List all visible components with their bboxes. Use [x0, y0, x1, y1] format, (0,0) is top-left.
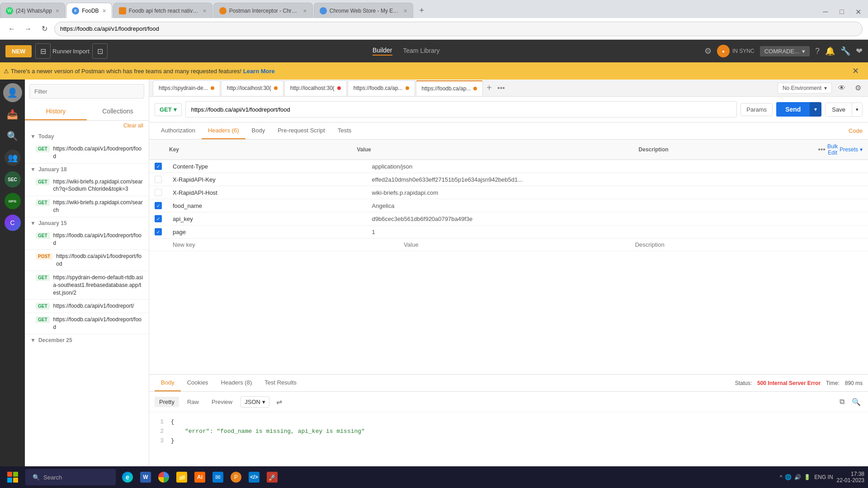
dec25-date-header[interactable]: ▼ December 25 [25, 334, 149, 346]
profile-button[interactable]: COMRADE... ▾ [760, 46, 810, 56]
tab-foodb[interactable]: F FooDB × [66, 3, 112, 18]
layout-icon-btn[interactable]: ⊟ [35, 43, 51, 59]
save-button[interactable]: Save [826, 103, 852, 116]
eye-icon-btn[interactable]: 👁 [835, 82, 848, 94]
req-tab-3[interactable]: http://localhost:30( [284, 80, 347, 96]
learn-more-link[interactable]: Learn More [243, 68, 275, 75]
tab-postman[interactable]: Postman Interceptor - Chrome W... × [213, 3, 313, 18]
taskbar-search[interactable]: 🔍 Search [25, 469, 116, 485]
tab-postman-close[interactable]: × [303, 7, 307, 14]
row5-checkbox[interactable]: ✓ [155, 215, 169, 222]
sidebar-avatar3[interactable]: SEC [3, 170, 22, 189]
filter-input[interactable] [29, 84, 144, 99]
code-link[interactable]: Code [849, 127, 863, 134]
preview-format-tab[interactable]: Preview [207, 397, 237, 407]
taskbar-chrome-icon[interactable] [156, 469, 172, 485]
builder-tab-active[interactable]: Builder [373, 47, 392, 56]
body-tab[interactable]: Body [245, 122, 272, 139]
req-tab-5[interactable]: https://foodb.ca/ap... [416, 80, 483, 96]
row6-value[interactable]: 1 [368, 229, 664, 235]
history-tab[interactable]: History [25, 103, 87, 120]
tab-foodb-api-close[interactable]: × [203, 7, 207, 14]
taskbar-chevron-icon[interactable]: ^ [780, 474, 783, 480]
format-filter-icon[interactable]: ⇌ [273, 395, 286, 408]
row2-value[interactable]: effed2a10dmsh0e633eff27151b5p1e634ajsn94… [368, 176, 664, 183]
checkbox-checked[interactable]: ✓ [155, 215, 162, 222]
taskbar-volume-icon[interactable]: 🔊 [794, 474, 801, 480]
jan18-date-header[interactable]: ▼ January 18 [25, 164, 149, 175]
tests-tab[interactable]: Tests [331, 122, 358, 139]
prerequest-tab[interactable]: Pre-request Script [271, 122, 331, 139]
help-icon[interactable]: ? [815, 47, 820, 56]
settings-icon[interactable]: ⚙ [704, 46, 712, 56]
taskbar-postman-icon[interactable]: P [228, 469, 244, 485]
add-tab-button[interactable]: + [484, 83, 495, 93]
new-tab-button[interactable]: + [414, 3, 429, 18]
settings-env-icon-btn[interactable]: ⚙ [852, 82, 864, 94]
address-input[interactable] [54, 22, 863, 36]
row1-checkbox[interactable]: ✓ [155, 163, 169, 170]
notification-close[interactable]: ✕ [847, 66, 864, 76]
settings-icon2[interactable]: 🔧 [840, 46, 850, 56]
minimize-button[interactable]: ─ [819, 5, 832, 18]
resp-cookies-tab[interactable]: Cookies [181, 375, 215, 391]
heart-icon[interactable]: ❤ [856, 46, 863, 56]
three-dots-button[interactable]: ••• [818, 145, 826, 154]
checkbox-checked[interactable]: ✓ [155, 228, 162, 235]
user-avatar[interactable]: 👤 [3, 83, 22, 102]
row4-value[interactable]: Angelica [368, 202, 664, 209]
row2-key[interactable]: X-RapidAPI-Key [169, 176, 368, 183]
headers-tab[interactable]: Headers (6) [202, 122, 245, 139]
new-key-input[interactable] [169, 241, 400, 248]
resp-headers-tab[interactable]: Headers (8) [215, 375, 259, 391]
row4-checkbox[interactable]: ✓ [155, 202, 169, 209]
env-dropdown[interactable]: No Environment ▾ [778, 83, 832, 94]
forward-button[interactable]: → [22, 23, 34, 35]
new-button[interactable]: NEW [5, 45, 32, 57]
sidebar-avatar5[interactable]: C [3, 213, 22, 232]
tab-foodb-api[interactable]: Foodb api fetch react native - St... × [113, 3, 212, 18]
tab-whatsapp[interactable]: W (24) WhatsApp × [0, 3, 65, 18]
start-button[interactable] [4, 468, 22, 486]
send-button[interactable]: Send [776, 102, 810, 117]
row3-checkbox[interactable] [155, 189, 169, 196]
row3-value[interactable]: wiki-briefs.p.rapidapi.com [368, 189, 664, 196]
taskbar-postman2-icon[interactable]: 🚀 [264, 469, 280, 485]
sidebar-avatar4[interactable]: GFG [3, 192, 22, 211]
list-item[interactable]: GET https://foodb.ca/api/v1/foodreport/f… [25, 313, 149, 334]
taskbar-network-icon[interactable]: 🌐 [785, 474, 792, 480]
list-item[interactable]: POST https://foodb.ca/api/v1/foodreport/… [25, 250, 149, 271]
back-button[interactable]: ← [5, 23, 18, 35]
copy-icon-btn[interactable]: ⧉ [835, 395, 848, 408]
new-desc-input[interactable] [632, 241, 863, 248]
taskbar-files-icon[interactable]: 📁 [174, 469, 190, 485]
taskbar-battery-icon[interactable]: 🔋 [804, 474, 811, 480]
req-tab-2[interactable]: http://localhost:30( [221, 80, 283, 96]
bulk-edit-button[interactable]: Bulk Edit [827, 143, 838, 156]
row5-value[interactable]: d9b6cec3eb561db6f920a0797ba49f3e [368, 216, 664, 222]
tab-foodb-close[interactable]: × [103, 7, 106, 14]
req-tab-1[interactable]: https://spydrain-de... [153, 80, 220, 96]
method-select[interactable]: GET ▾ [155, 103, 182, 116]
raw-format-tab[interactable]: Raw [183, 397, 203, 407]
row1-key[interactable]: Content-Type [169, 163, 368, 170]
checkbox-unchecked[interactable] [155, 189, 162, 196]
taskbar-word-icon[interactable]: W [137, 469, 154, 485]
tab-chrome-web-close[interactable]: × [404, 7, 407, 14]
today-date-header[interactable]: ▼ Today [25, 131, 149, 142]
row2-checkbox[interactable] [155, 176, 169, 183]
clear-all-button[interactable]: Clear all [123, 122, 143, 129]
row5-key[interactable]: api_key [169, 216, 368, 222]
pretty-format-tab[interactable]: Pretty [155, 397, 179, 407]
refresh-button[interactable]: ↻ [38, 23, 51, 35]
list-item[interactable]: GET https://foodb.ca/api/v1/foodreport/f… [25, 142, 149, 164]
taskbar-mail-icon[interactable]: ✉ [210, 469, 226, 485]
resp-test-results-tab[interactable]: Test Results [258, 375, 303, 391]
checkbox-checked[interactable]: ✓ [155, 202, 162, 209]
save-arrow-button[interactable]: ▾ [852, 103, 862, 116]
list-item[interactable]: GET https://wiki-briefs.p.rapidapi.com/s… [25, 196, 149, 217]
more-tabs-button[interactable]: ••• [495, 84, 508, 92]
row3-key[interactable]: X-RapidAPI-Host [169, 189, 368, 196]
format-select[interactable]: JSON ▾ [241, 396, 269, 408]
send-arrow-button[interactable]: ▾ [810, 102, 821, 117]
